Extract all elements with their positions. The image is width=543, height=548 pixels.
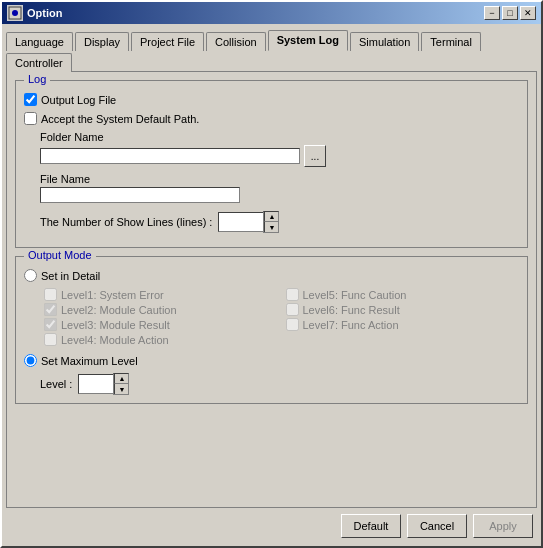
tab-terminal[interactable]: Terminal [421,32,481,51]
accept-default-row: Accept the System Default Path. [24,112,519,125]
output-log-file-label: Output Log File [41,94,116,106]
tab-collision[interactable]: Collision [206,32,266,51]
set-in-detail-radio[interactable] [24,269,37,282]
file-name-label: File Name [40,173,519,185]
apply-button[interactable]: Apply [473,514,533,538]
level3-checkbox[interactable] [44,318,57,331]
level6-checkbox[interactable] [286,303,299,316]
maximize-button[interactable]: □ [502,6,518,20]
spinbox-down-button[interactable]: ▼ [264,222,278,232]
level5-label: Level5: Func Caution [303,289,407,301]
level6-item: Level6: Func Result [286,303,520,316]
output-mode-label: Output Mode [24,249,96,261]
level-input[interactable]: 7 [78,374,113,394]
folder-name-label: Folder Name [40,131,519,143]
output-log-file-row: Output Log File [24,93,519,106]
tab-system-log[interactable]: System Log [268,30,348,51]
browse-button[interactable]: ... [304,145,326,167]
default-button[interactable]: Default [341,514,401,538]
cancel-button[interactable]: Cancel [407,514,467,538]
show-lines-label: The Number of Show Lines (lines) : [40,216,212,228]
file-name-input[interactable]: K-ROSETLite20110126.log [40,187,240,203]
level2-item: Level2: Module Caution [44,303,278,316]
tab-display[interactable]: Display [75,32,129,51]
level2-label: Level2: Module Caution [61,304,177,316]
svg-point-1 [12,10,18,16]
accept-default-checkbox[interactable] [24,112,37,125]
level-spinbox-buttons: ▲ ▼ [113,373,129,395]
show-lines-input[interactable]: 1000 [218,212,263,232]
level5-checkbox[interactable] [286,288,299,301]
level7-item: Level7: Func Action [286,318,520,331]
folder-name-row: C:¥Program Files¥SolidWorksForOEM¥SWOEM¥… [40,145,519,167]
title-buttons: − □ ✕ [484,6,536,20]
output-log-file-checkbox[interactable] [24,93,37,106]
window-title: Option [27,7,62,19]
close-button[interactable]: ✕ [520,6,536,20]
level7-checkbox[interactable] [286,318,299,331]
level-value-row: Level : 7 ▲ ▼ [32,373,519,395]
log-group-label: Log [24,73,50,85]
spinbox-buttons: ▲ ▼ [263,211,279,233]
level2-checkbox[interactable] [44,303,57,316]
level4-item: Level4: Module Action [44,333,278,346]
spinbox-up-button[interactable]: ▲ [264,212,278,222]
folder-name-input[interactable]: C:¥Program Files¥SolidWorksForOEM¥SWOEM¥… [40,148,300,164]
level3-item: Level3: Module Result [44,318,278,331]
levels-grid: Level1: System Error Level5: Func Cautio… [44,288,519,346]
title-bar: Option − □ ✕ [2,2,541,24]
tab-project-file[interactable]: Project File [131,32,204,51]
level5-item: Level5: Func Caution [286,288,520,301]
level4-checkbox[interactable] [44,333,57,346]
level1-label: Level1: System Error [61,289,164,301]
tab-bar: Language Display Project File Collision … [6,28,537,72]
minimize-button[interactable]: − [484,6,500,20]
level-spinbox: 7 ▲ ▼ [78,373,129,395]
level-value-label: Level : [40,378,72,390]
set-max-level-radio[interactable] [24,354,37,367]
set-in-detail-row: Set in Detail [24,269,519,282]
level7-label: Level7: Func Action [303,319,399,331]
file-name-row: K-ROSETLite20110126.log [40,187,519,203]
level-spinbox-up-button[interactable]: ▲ [114,374,128,384]
set-in-detail-label: Set in Detail [41,270,100,282]
window: Option − □ ✕ Language Display Project Fi… [0,0,543,548]
level1-checkbox[interactable] [44,288,57,301]
output-mode-group: Output Mode Set in Detail Level1: System… [15,256,528,404]
log-group: Log Output Log File Accept the System De… [15,80,528,248]
tab-language[interactable]: Language [6,32,73,51]
show-lines-spinbox: 1000 ▲ ▼ [218,211,279,233]
level-spinbox-down-button[interactable]: ▼ [114,384,128,394]
set-max-level-row: Set Maximum Level [24,354,519,367]
level6-label: Level6: Func Result [303,304,400,316]
set-max-level-label: Set Maximum Level [41,355,138,367]
accept-default-label: Accept the System Default Path. [41,113,199,125]
tab-simulation[interactable]: Simulation [350,32,419,51]
level4-label: Level4: Module Action [61,334,169,346]
show-lines-row: The Number of Show Lines (lines) : 1000 … [24,211,519,233]
level3-label: Level3: Module Result [61,319,170,331]
window-icon [7,5,23,21]
tab-content: Log Output Log File Accept the System De… [6,71,537,508]
tab-controller[interactable]: Controller [6,53,72,72]
content-area: Language Display Project File Collision … [2,24,541,546]
bottom-bar: Default Cancel Apply [6,508,537,542]
level1-item: Level1: System Error [44,288,278,301]
